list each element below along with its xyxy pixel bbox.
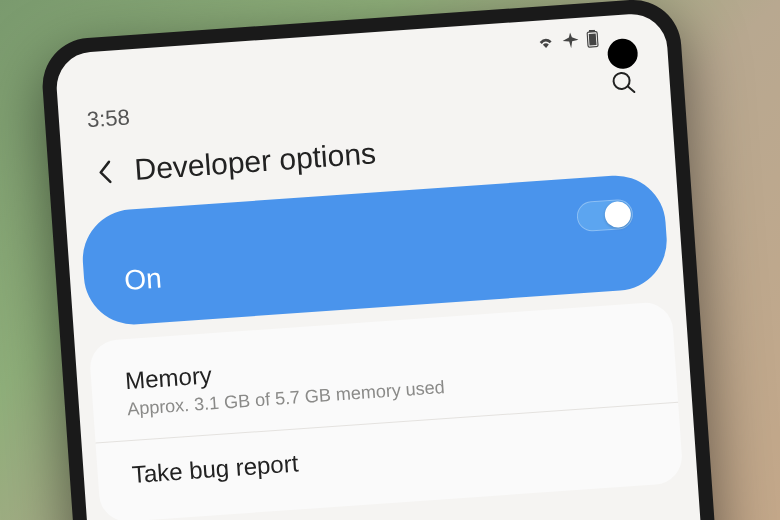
chevron-left-icon — [95, 158, 115, 187]
master-switch[interactable] — [576, 198, 634, 232]
battery-icon — [586, 29, 599, 48]
list-item-title: Take bug report — [131, 425, 648, 489]
toggle-state-label: On — [123, 263, 163, 298]
clock-time: 3:58 — [86, 104, 131, 133]
airplane-icon — [562, 32, 579, 49]
page-title: Developer options — [133, 136, 377, 187]
search-button[interactable] — [604, 64, 642, 102]
back-button[interactable] — [90, 157, 120, 187]
search-icon — [610, 69, 638, 97]
phone-frame: 3:58 Developer options On Memory — [39, 0, 740, 520]
wifi-icon — [536, 34, 555, 49]
settings-list: Memory Approx. 3.1 GB of 5.7 GB memory u… — [88, 301, 683, 520]
svg-line-4 — [628, 86, 634, 92]
switch-thumb — [604, 201, 632, 229]
svg-rect-2 — [589, 34, 597, 46]
screen: 3:58 Developer options On Memory — [54, 12, 725, 520]
